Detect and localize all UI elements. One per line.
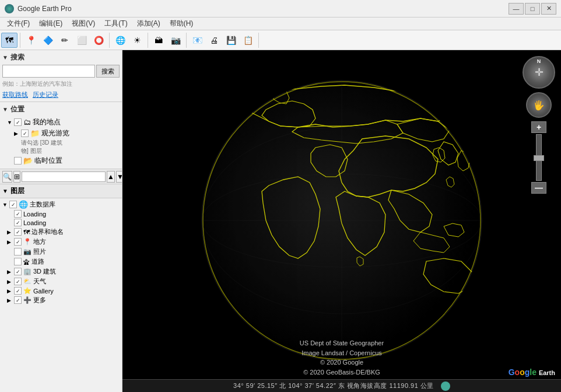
layer-roads-item[interactable]: 🛣 道路 [7, 257, 120, 267]
layer-gallery-item[interactable]: ▶ ⭐ Gallery [7, 286, 120, 295]
layer-photos-item[interactable]: 📷 照片 [7, 247, 120, 257]
history-button[interactable]: 历史记录 [33, 90, 58, 99]
layer-weather-item[interactable]: ▶ ⛅ 天气 [7, 276, 120, 286]
layer-gallery-check[interactable] [14, 287, 22, 295]
layer-weather-label: 天气 [33, 277, 46, 286]
layers-scroll[interactable]: ▼ 🌐 主数据库 Loading [0, 198, 122, 306]
menu-help[interactable]: 帮助(H) [165, 18, 198, 30]
maximize-button[interactable]: □ [525, 3, 540, 15]
menu-add[interactable]: 添加(A) [132, 18, 165, 30]
layer-search-btn[interactable]: 🔍 [2, 171, 12, 183]
menu-file[interactable]: 文件(F) [2, 18, 34, 30]
temp-places-item[interactable]: 📂 临时位置 [7, 155, 120, 166]
layer-weather-check[interactable] [14, 278, 22, 285]
tilt-control[interactable]: 🖐 [526, 92, 552, 118]
position-section: ▼ 位置 ▼ 🗂 我的地点 ▶ 📁 观光游览 请勾选 [3D 建筑 物] 图层 [0, 102, 122, 169]
layer-3d-expand: ▶ [7, 269, 13, 275]
toolbar-rec-btn[interactable]: 📷 [167, 33, 184, 48]
toolbar: 🗺 📍 🔷 ✏ ⬜ ⭕ 🌐 ☀ 🏔 📷 📧 🖨 💾 📋 [0, 30, 561, 50]
my-places-item[interactable]: ▼ 🗂 我的地点 [7, 117, 120, 128]
layer-border-check[interactable] [14, 228, 22, 236]
layer-more-check[interactable] [14, 296, 22, 304]
zoom-track[interactable] [536, 134, 542, 181]
layer-gallery-label: Gallery [33, 288, 54, 295]
temp-places-check[interactable] [14, 157, 22, 164]
search-triangle-icon: ▼ [2, 54, 8, 61]
position-title: 位置 [10, 104, 24, 114]
layer-places-check[interactable] [14, 238, 22, 246]
layer-photos-label: 照片 [33, 247, 46, 256]
layer-weather-expand: ▶ [7, 279, 13, 285]
toolbar-circle-btn[interactable]: ⭕ [90, 33, 107, 48]
tourism-check[interactable] [21, 130, 29, 137]
toolbar-group-share: 📧 🖨 💾 📋 [189, 33, 259, 48]
tourism-item[interactable]: ▶ 📁 观光游览 [14, 128, 120, 139]
layer-photos-check[interactable] [14, 248, 22, 256]
layer-3d-item[interactable]: ▶ 🏢 3D 建筑 [7, 267, 120, 276]
map-area[interactable]: N ✛ 🖐 + — US Dept of State Geographer Im… [122, 50, 561, 392]
menu-tools[interactable]: 工具(T) [100, 18, 132, 30]
my-places-check[interactable] [14, 118, 22, 126]
search-input[interactable] [2, 65, 95, 78]
layer-roads-check[interactable] [14, 258, 22, 265]
toolbar-earth-btn[interactable]: 🌐 [112, 33, 128, 48]
layers-header[interactable]: ▼ 图层 [0, 184, 122, 198]
close-button[interactable]: ✕ [541, 3, 556, 15]
layer-roads-label: 道路 [31, 257, 44, 266]
position-header[interactable]: ▼ 位置 [2, 104, 120, 114]
globe-canvas [122, 50, 561, 379]
titlebar: Google Earth Pro — □ ✕ [0, 0, 561, 18]
layer-3d-check[interactable] [14, 268, 22, 275]
layer-border-icon: 🗺 [23, 229, 30, 236]
zoom-in-button[interactable]: + [531, 121, 546, 133]
toolbar-group-tour: 🏔 📷 [150, 33, 187, 48]
toolbar-sun-btn[interactable]: ☀ [129, 33, 145, 48]
toolbar-print-btn[interactable]: 🖨 [206, 33, 222, 48]
zoom-out-button[interactable]: — [531, 182, 546, 194]
toolbar-terrain-btn[interactable]: 🏔 [150, 33, 167, 48]
tourism-note: 请勾选 [3D 建筑 [21, 139, 120, 147]
toolbar-poly-btn[interactable]: 🔷 [40, 33, 56, 48]
my-places-expand-icon: ▼ [7, 120, 13, 125]
search-title: 搜索 [10, 52, 24, 62]
layer-loading1-check[interactable] [14, 210, 22, 218]
layer-up-btn[interactable]: ▲ [107, 171, 115, 183]
toolbar-group-view: 🗺 [1, 33, 20, 48]
minimize-button[interactable]: — [509, 3, 524, 15]
menu-view[interactable]: 视图(V) [67, 18, 100, 30]
layer-places-expand: ▶ [7, 239, 13, 245]
toolbar-copy-btn[interactable]: 📋 [240, 33, 256, 48]
layer-grid-btn[interactable]: ⊞ [13, 171, 20, 183]
layer-loading1-item[interactable]: Loading [7, 209, 120, 218]
layer-places-item[interactable]: ▶ 📍 地方 [7, 237, 120, 247]
layer-main-db-item[interactable]: ▼ 🌐 主数据库 [2, 200, 120, 209]
layer-more-item[interactable]: ▶ ➕ 更多 [7, 295, 120, 305]
search-header[interactable]: ▼ 搜索 [2, 52, 120, 62]
menubar: 文件(F) 编辑(E) 视图(V) 工具(T) 添加(A) 帮助(H) [0, 18, 561, 30]
layer-border-label: 边界和地名 [31, 228, 64, 236]
layer-places-icon: 📍 [23, 238, 31, 246]
toolbar-overlay-btn[interactable]: ⬜ [73, 33, 90, 48]
layer-down-btn[interactable]: ▼ [116, 171, 122, 183]
toolbar-email-btn[interactable]: 📧 [189, 33, 205, 48]
toolbar-save-btn[interactable]: 💾 [223, 33, 239, 48]
layer-search-input[interactable] [22, 172, 106, 182]
main-layout: ▼ 搜索 搜索 例如：上海附近的汽车加注 获取路线 历史记录 ▼ 位置 ▼ [0, 50, 561, 392]
layer-loading2-check[interactable] [14, 219, 22, 226]
tourism-folder-icon: 📁 [30, 129, 40, 138]
layer-more-icon: ➕ [23, 296, 31, 304]
menu-edit[interactable]: 编辑(E) [34, 18, 67, 30]
layer-loading2-item[interactable]: Loading [7, 218, 120, 227]
zoom-thumb[interactable] [534, 155, 544, 161]
compass[interactable]: N ✛ [523, 56, 555, 89]
layer-main-db-expand: ▼ [2, 202, 8, 208]
layer-loading2-label: Loading [23, 219, 46, 226]
toolbar-path-btn[interactable]: ✏ [57, 33, 73, 48]
get-route-button[interactable]: 获取路线 [2, 90, 28, 99]
toolbar-map-btn[interactable]: 🗺 [1, 33, 17, 48]
layer-main-db-check[interactable] [9, 201, 17, 208]
search-button[interactable]: 搜索 [96, 65, 120, 78]
toolbar-pin-btn[interactable]: 📍 [23, 33, 39, 48]
layer-border-item[interactable]: ▶ 🗺 边界和地名 [7, 227, 120, 237]
position-triangle-icon: ▼ [2, 106, 8, 113]
